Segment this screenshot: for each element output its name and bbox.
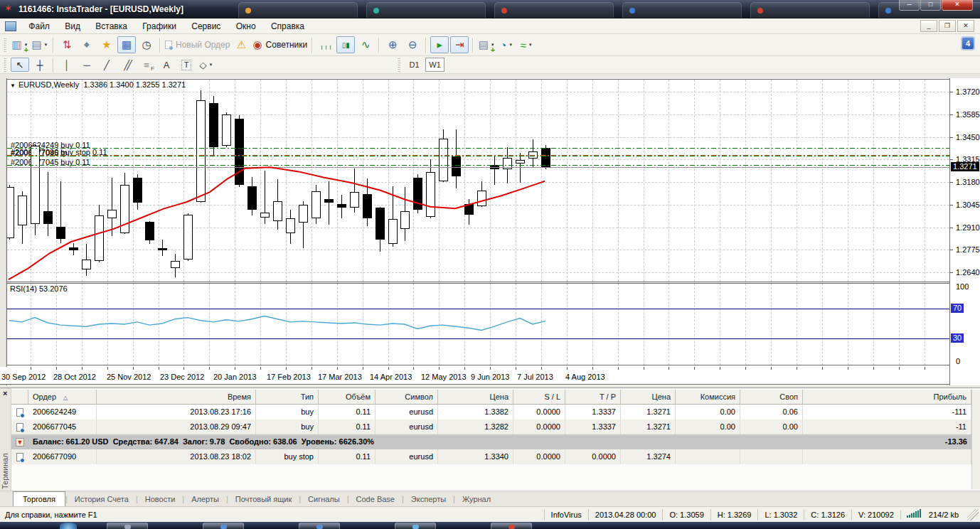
data-window-button[interactable]: ▦ — [117, 36, 136, 53]
price-chart-pane[interactable]: #2006624249 buy 0.11#2006677090 buy stop… — [7, 79, 949, 282]
new-order-button[interactable]: Новый Ордер — [164, 36, 230, 53]
templates-button[interactable]: ▤+▼ — [477, 36, 496, 53]
candle-body — [388, 219, 398, 244]
status-close: C: 1.3126 — [804, 509, 851, 520]
column-header[interactable]: Прибыль — [803, 390, 971, 404]
background-window-tab — [622, 2, 742, 18]
candle-wick — [112, 178, 112, 236]
tab-новости[interactable]: Новости — [138, 492, 183, 508]
indicators-button[interactable]: ≈▼ — [517, 36, 536, 53]
menu-tools[interactable]: Сервис — [185, 18, 227, 34]
tab-торговля[interactable]: Торговля — [13, 491, 65, 507]
candle-body — [158, 248, 167, 250]
zoom-out-button[interactable]: ⊖ — [403, 36, 422, 53]
taskbar-button[interactable] — [203, 523, 244, 529]
tab-почтовый-ящик[interactable]: Почтовый ящик — [228, 492, 299, 508]
column-header[interactable]: Цена — [621, 390, 676, 404]
bar-chart-button[interactable]: ╷╷╷ — [316, 36, 335, 53]
trendline-tool[interactable]: ╱ — [97, 58, 116, 72]
order-row[interactable]: 20066770452013.08.29 09:47buy0.11eurusd1… — [11, 420, 971, 434]
order-row[interactable]: 20066770902013.08.23 18:02buy stop0.11eu… — [11, 449, 971, 464]
column-header[interactable]: S / L — [513, 390, 565, 404]
chart-window-icon[interactable] — [5, 21, 16, 31]
menu-file[interactable]: Файл — [22, 18, 56, 34]
shapes-tool[interactable]: ◇▼ — [197, 58, 215, 72]
tab-история-счета[interactable]: История Счета — [68, 492, 136, 508]
auto-scroll-button[interactable]: ▸ — [430, 36, 449, 53]
favorites-button[interactable]: ★ — [97, 36, 116, 53]
period-button-w1[interactable]: W1 — [425, 58, 444, 72]
important-button[interactable]: ⚠ — [232, 36, 250, 53]
rsi-indicator-pane[interactable]: RSI(14) 53.2076 — [7, 283, 949, 365]
fibonacci-tool[interactable]: ≡F — [137, 58, 156, 72]
menu-insert[interactable]: Вставка — [89, 18, 134, 34]
new-chart-button[interactable]: ▥+▼ — [11, 36, 29, 53]
tab-эксперты[interactable]: Эксперты — [404, 492, 453, 508]
terminal-scrollbar[interactable] — [971, 390, 980, 489]
column-header[interactable]: Тип — [256, 390, 319, 404]
chart-shift-button[interactable]: ⇥ — [450, 36, 469, 53]
text-tool[interactable]: A — [157, 58, 176, 72]
market-watch-button[interactable]: ⇅ — [58, 36, 76, 53]
line-chart-button[interactable]: ∿ — [356, 36, 375, 53]
menu-help[interactable]: Справка — [265, 18, 311, 34]
taskbar-button[interactable] — [491, 523, 532, 529]
label-tool[interactable]: T — [177, 58, 196, 72]
tab-сигналы[interactable]: Сигналы — [301, 492, 347, 508]
notification-badge[interactable]: 4 — [961, 36, 975, 50]
candle-body — [120, 185, 129, 233]
taskbar-button[interactable] — [395, 523, 436, 529]
column-header[interactable]: T / P — [565, 390, 621, 404]
taskbar-button[interactable] — [107, 523, 148, 529]
order-row[interactable]: 20066242492013.08.23 17:16buy0.11eurusd1… — [11, 405, 971, 420]
dropdown-arrow-icon[interactable]: ▼ — [508, 43, 513, 47]
tab-алерты[interactable]: Алерты — [184, 492, 226, 508]
experts-button[interactable]: ◉Советники — [252, 36, 308, 53]
maximize-button[interactable]: □ — [920, 0, 941, 11]
column-header[interactable]: Комиссия — [676, 390, 740, 404]
grid-line — [7, 272, 949, 273]
mdi-restore-button[interactable]: ❐ — [939, 20, 956, 32]
time-tick — [567, 367, 568, 370]
start-orb-icon[interactable] — [60, 523, 77, 529]
mdi-close-button[interactable]: ✕ — [957, 20, 974, 32]
tab-code-base[interactable]: Code Base — [349, 492, 402, 508]
dropdown-arrow-icon[interactable]: ▼ — [528, 43, 533, 47]
taskbar-button[interactable] — [299, 523, 340, 529]
minimize-button[interactable]: ─ — [899, 0, 920, 11]
column-header[interactable]: Объём — [319, 390, 376, 404]
dropdown-arrow-icon[interactable]: ▼ — [209, 63, 213, 67]
column-header[interactable]: Ордер△ — [28, 390, 97, 404]
history-center-button[interactable]: ◷ — [137, 36, 156, 53]
time-axis[interactable]: 30 Sep 201228 Oct 201225 Nov 201223 Dec … — [0, 367, 949, 385]
background-window-tab — [750, 2, 870, 18]
column-header[interactable]: Время — [97, 390, 256, 404]
resize-grip-icon[interactable] — [967, 509, 979, 520]
vertical-line-tool[interactable]: │ — [58, 58, 76, 72]
candlestick-chart-button[interactable]: ▯▮ — [336, 36, 355, 53]
close-button[interactable]: ✕ — [942, 0, 973, 11]
menu-view[interactable]: Вид — [58, 18, 87, 34]
crosshair-tool[interactable]: ┼ — [31, 58, 49, 72]
dropdown-arrow-icon[interactable]: ▼ — [44, 43, 48, 47]
column-header[interactable]: Символ — [376, 390, 438, 404]
price-axis[interactable]: 1.37201.35851.34501.33151.31801.30451.29… — [949, 78, 980, 385]
balance-row[interactable]: ▼Баланс: 661.20 USD Средства: 647.84 Зал… — [11, 434, 971, 449]
profiles-button[interactable]: ▤▼ — [31, 36, 49, 53]
menu-window[interactable]: Окно — [230, 18, 262, 34]
navigator-button[interactable]: ⌖ — [78, 36, 96, 53]
periods-button[interactable]: ◔▼ — [497, 36, 516, 53]
menu-charts[interactable]: Графики — [136, 18, 183, 34]
column-header[interactable]: Цена — [438, 390, 513, 404]
order-cell: 1.3274 — [621, 449, 676, 464]
period-button-d1[interactable]: D1 — [405, 58, 424, 72]
tab-журнал[interactable]: Журнал — [455, 492, 498, 508]
zoom-in-button[interactable]: ⊕ — [383, 36, 402, 53]
collapse-icon[interactable]: ▼ — [10, 82, 16, 89]
column-header[interactable]: Своп — [740, 390, 803, 404]
horizontal-line-tool[interactable]: ─ — [78, 58, 96, 72]
cursor-tool[interactable]: ↖ — [11, 58, 29, 72]
terminal-close-icon[interactable]: × — [3, 389, 7, 397]
mdi-minimize-button[interactable]: _ — [920, 20, 937, 32]
channel-tool[interactable]: ╱╱ — [117, 58, 136, 72]
